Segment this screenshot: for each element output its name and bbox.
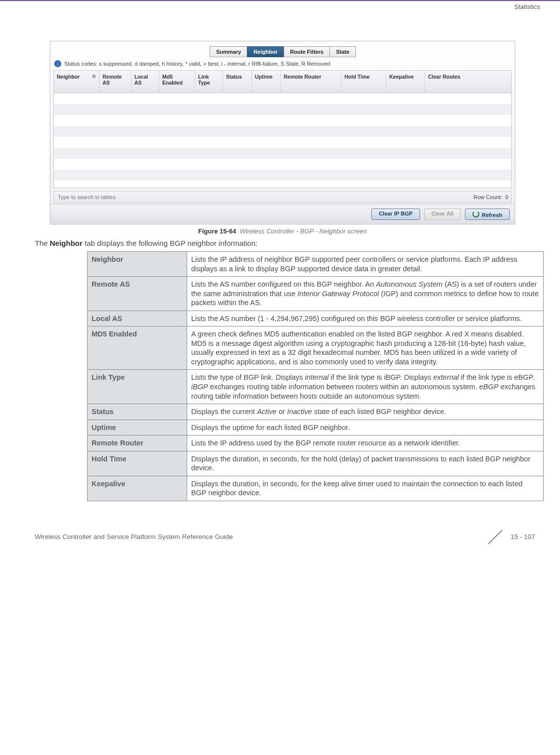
definition-description: Lists the IP address of neighbor BGP sup…: [187, 252, 544, 277]
col-clear-routes[interactable]: Clear Routes: [425, 71, 511, 93]
definition-description: Displays the uptime for each listed BGP …: [187, 420, 544, 435]
definition-row: Hold TimeDisplays the duration, in secon…: [88, 451, 544, 476]
sort-indicator-icon: ⊙: [92, 74, 96, 79]
definition-term: Remote AS: [88, 277, 187, 311]
definition-description: Displays the duration, in seconds, for t…: [187, 476, 544, 501]
table-footer-bar: Row Count: 0: [53, 191, 512, 203]
definition-description: Displays the current Active or Inactive …: [187, 404, 544, 420]
definition-description: Lists the type of BGP link. Displays int…: [187, 370, 544, 404]
definition-row: KeepaliveDisplays the duration, in secon…: [88, 476, 544, 501]
col-remote-router[interactable]: Remote Router: [281, 71, 341, 93]
clear-ip-bgp-button[interactable]: Clear IP BGP: [371, 209, 420, 220]
action-button-bar: Clear IP BGP Clear All Refresh: [50, 204, 515, 224]
definition-row: NeighborLists the IP address of neighbor…: [88, 252, 544, 277]
tab-summary[interactable]: Summary: [210, 46, 247, 57]
slash-decoration-icon: [485, 527, 505, 547]
intro-text: The Neighbor tab displays the following …: [35, 239, 530, 247]
definition-description: A green check defines MD5 authentication…: [187, 326, 544, 370]
neighbor-table: Neighbor ⊙ Remote AS Local AS Md5 Enable…: [53, 70, 512, 188]
table-search-input[interactable]: [57, 194, 186, 201]
definition-row: StatusDisplays the current Active or Ina…: [88, 404, 544, 420]
footer-guide-title: Wireless Controller and Service Platform…: [35, 533, 233, 540]
col-uptime[interactable]: Uptime: [252, 71, 281, 93]
status-codes-row: ↓ Status codes: s suppressed, d damped, …: [50, 57, 515, 70]
definition-term: Link Type: [88, 370, 187, 404]
col-md5-enabled[interactable]: Md5 Enabled: [159, 71, 195, 93]
refresh-button[interactable]: Refresh: [465, 209, 510, 220]
definition-row: UptimeDisplays the uptime for each liste…: [88, 420, 544, 435]
definition-term: MD5 Enabled: [88, 326, 187, 370]
page-number: 15 - 107: [510, 533, 535, 540]
definition-term: Status: [88, 404, 187, 420]
col-keepalive[interactable]: Keepalive: [386, 71, 425, 93]
col-link-type[interactable]: Link Type: [195, 71, 223, 93]
page-header-bar: Statistics: [0, 0, 560, 16]
definition-description: Lists the AS number (1 - 4,294,967,295) …: [187, 311, 544, 326]
definition-term: Local AS: [88, 311, 187, 326]
table-body-empty: [54, 93, 511, 188]
definition-term: Neighbor: [88, 252, 187, 277]
definition-description: Displays the duration, in seconds, for t…: [187, 451, 544, 476]
definition-row: Local ASLists the AS number (1 - 4,294,9…: [88, 311, 544, 326]
row-count: Row Count: 0: [473, 194, 508, 200]
definition-row: MD5 EnabledA green check defines MD5 aut…: [88, 326, 544, 370]
col-status[interactable]: Status: [223, 71, 252, 93]
definition-row: Remote ASLists the AS number configured …: [88, 277, 544, 311]
definitions-table: NeighborLists the IP address of neighbor…: [87, 251, 544, 501]
definition-description: Lists the AS number configured on this B…: [187, 277, 544, 311]
section-title: Statistics: [514, 3, 540, 10]
col-local-as[interactable]: Local AS: [131, 71, 159, 93]
tab-state[interactable]: State: [330, 46, 356, 57]
tab-route-filters[interactable]: Route Filters: [284, 46, 330, 57]
definition-term: Uptime: [88, 420, 187, 435]
svg-line-0: [488, 530, 502, 544]
figure-caption: Figure 15-64 Wireless Controller - BGP -…: [35, 227, 530, 235]
col-neighbor[interactable]: Neighbor ⊙: [54, 71, 100, 93]
definition-term: Hold Time: [88, 451, 187, 476]
definition-term: Keepalive: [88, 476, 187, 501]
col-hold-time[interactable]: Hold Time: [341, 71, 386, 93]
clear-all-button[interactable]: Clear All: [424, 209, 461, 220]
tab-neighbor[interactable]: Neighbor: [247, 46, 284, 57]
definition-row: Link TypeLists the type of BGP link. Dis…: [88, 370, 544, 404]
definition-row: Remote RouterLists the IP address used b…: [88, 435, 544, 451]
definition-description: Lists the IP address used by the BGP rem…: [187, 435, 544, 451]
status-codes-text: Status codes: s suppressed, d damped, h …: [64, 61, 330, 67]
col-remote-as[interactable]: Remote AS: [100, 71, 131, 93]
bgp-neighbor-screenshot: Summary Neighbor Route Filters State ↓ S…: [50, 41, 515, 224]
page-footer: Wireless Controller and Service Platform…: [0, 501, 560, 562]
info-down-icon: ↓: [54, 60, 61, 67]
screenshot-tabs: Summary Neighbor Route Filters State: [50, 41, 515, 57]
table-header-row: Neighbor ⊙ Remote AS Local AS Md5 Enable…: [54, 71, 511, 93]
definition-term: Remote Router: [88, 435, 187, 451]
